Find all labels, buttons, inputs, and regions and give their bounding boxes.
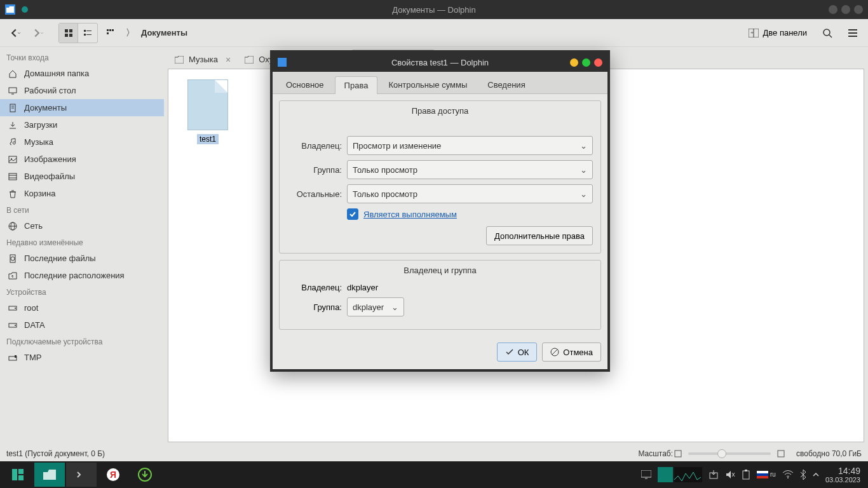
view-mode-group bbox=[58, 23, 98, 43]
dialog-tabs: Основное Права Контрольные суммы Сведени… bbox=[273, 72, 607, 94]
maximize-button[interactable] bbox=[841, 5, 850, 14]
close-icon[interactable]: × bbox=[226, 55, 231, 65]
group-label: Группа: bbox=[287, 165, 342, 175]
check-icon bbox=[505, 348, 514, 356]
svg-rect-58 bbox=[757, 471, 768, 473]
others-permission-combo[interactable]: Только просмотр⌄ bbox=[347, 184, 593, 203]
split-panels-button[interactable]: + Две панели bbox=[743, 25, 812, 40]
sidebar-item-network[interactable]: Сеть bbox=[0, 217, 164, 234]
sidebar-item-videos[interactable]: Видеофайлы bbox=[0, 168, 164, 185]
tray-clipboard-icon[interactable] bbox=[742, 470, 750, 480]
tray-keyboard-layout[interactable]: ru bbox=[757, 471, 776, 478]
minimize-button[interactable] bbox=[829, 5, 837, 14]
sidebar-item-recent-locations[interactable]: Последние расположения bbox=[0, 267, 164, 284]
sidebar-section-removable: Подключаемые устройства bbox=[0, 334, 164, 349]
minimize-button[interactable] bbox=[570, 58, 578, 67]
tab-permissions[interactable]: Права bbox=[335, 76, 378, 94]
tray-desktop-icon[interactable] bbox=[641, 470, 651, 479]
zoom-slider[interactable] bbox=[688, 452, 771, 455]
svg-text:Я: Я bbox=[110, 470, 116, 480]
taskbar-yandex[interactable]: Я bbox=[98, 463, 128, 487]
tray-wifi-icon[interactable] bbox=[782, 470, 794, 479]
svg-rect-1 bbox=[69, 29, 72, 32]
advanced-permissions-button[interactable]: Дополнительные права bbox=[486, 226, 593, 245]
documents-icon bbox=[8, 103, 18, 113]
sidebar-item-recent-files[interactable]: Последние файлы bbox=[0, 250, 164, 267]
tray-volume-muted-icon[interactable] bbox=[725, 470, 735, 480]
tray-bluetooth-icon[interactable] bbox=[800, 470, 806, 480]
taskbar-dolphin[interactable] bbox=[34, 463, 65, 487]
menu-button[interactable] bbox=[843, 23, 863, 43]
download-icon bbox=[8, 120, 18, 130]
trash-icon bbox=[8, 189, 18, 199]
sidebar-item-root[interactable]: root bbox=[0, 299, 164, 316]
slider-knob[interactable] bbox=[717, 449, 726, 458]
details-view-button[interactable] bbox=[100, 23, 121, 43]
pin-icon[interactable] bbox=[22, 6, 28, 13]
group-permission-combo[interactable]: Только просмотр⌄ bbox=[347, 160, 593, 179]
icon-view-button[interactable] bbox=[59, 24, 78, 43]
drive-icon bbox=[8, 320, 18, 330]
ownership-group: Владелец и группа Владелец: dkplayer Гру… bbox=[279, 260, 601, 330]
svg-rect-60 bbox=[757, 476, 768, 478]
svg-rect-9 bbox=[109, 29, 111, 31]
svg-rect-6 bbox=[84, 34, 86, 36]
search-button[interactable] bbox=[817, 23, 837, 43]
owner-permission-combo[interactable]: Просмотр и изменение⌄ bbox=[347, 136, 593, 155]
svg-rect-5 bbox=[86, 30, 92, 31]
desktop-icon bbox=[8, 86, 18, 96]
svg-rect-4 bbox=[84, 30, 86, 32]
svg-rect-0 bbox=[65, 29, 68, 32]
sidebar-section-recent: Недавно изменённые bbox=[0, 234, 164, 250]
app-launcher-button[interactable] bbox=[3, 463, 33, 487]
dialog-footer: ОК Отмена bbox=[273, 342, 607, 369]
executable-label[interactable]: Является выполняемым bbox=[363, 210, 457, 219]
file-label[interactable]: test1 bbox=[197, 134, 219, 144]
forward-button[interactable] bbox=[28, 23, 48, 43]
back-button[interactable] bbox=[5, 23, 25, 43]
sidebar-item-documents[interactable]: Документы bbox=[0, 99, 164, 116]
tab-checksums[interactable]: Контрольные суммы bbox=[379, 76, 477, 93]
tab-general[interactable]: Основное bbox=[276, 76, 334, 93]
tab-details[interactable]: Сведения bbox=[478, 76, 534, 93]
tray-expand-icon[interactable] bbox=[813, 472, 819, 477]
svg-rect-59 bbox=[757, 473, 768, 476]
sidebar-item-downloads[interactable]: Загрузки bbox=[0, 116, 164, 133]
sidebar-item-tmp[interactable]: TMP bbox=[0, 349, 164, 366]
svg-text:+: + bbox=[750, 30, 754, 36]
sidebar-item-pictures[interactable]: Изображения bbox=[0, 151, 164, 168]
chevron-down-icon: ⌄ bbox=[580, 165, 587, 175]
taskbar-terminal[interactable] bbox=[66, 463, 97, 487]
status-text: test1 (Пустой документ, 0 Б) bbox=[6, 449, 638, 458]
breadcrumb-item[interactable]: Документы bbox=[141, 28, 187, 37]
home-icon bbox=[8, 69, 18, 79]
cancel-button[interactable]: Отмена bbox=[542, 342, 601, 362]
svg-point-61 bbox=[787, 477, 789, 478]
close-button[interactable] bbox=[854, 5, 863, 14]
group-title: Права доступа bbox=[287, 106, 593, 116]
tray-clock[interactable]: 14:49 03.03.2023 bbox=[825, 466, 860, 484]
sidebar-item-desktop[interactable]: Рабочий стол bbox=[0, 82, 164, 99]
compact-view-button[interactable] bbox=[78, 24, 97, 43]
group-name-combo[interactable]: dkplayer⌄ bbox=[347, 297, 404, 316]
maximize-button[interactable] bbox=[582, 58, 590, 67]
sidebar-item-trash[interactable]: Корзина bbox=[0, 185, 164, 202]
executable-checkbox[interactable] bbox=[347, 208, 358, 220]
breadcrumb[interactable]: 〉 Документы bbox=[123, 27, 741, 39]
zoom-label: Масштаб: bbox=[638, 449, 673, 458]
sidebar-item-data[interactable]: DATA bbox=[0, 316, 164, 334]
tray-cpu-graph[interactable] bbox=[658, 467, 702, 482]
close-button[interactable] bbox=[594, 58, 602, 67]
ok-button[interactable]: ОК bbox=[497, 342, 538, 362]
tray-updates-icon[interactable] bbox=[709, 470, 719, 480]
sidebar-section-network: В сети bbox=[0, 202, 164, 217]
zoom-out-button[interactable] bbox=[673, 449, 683, 459]
dialog-titlebar[interactable]: Свойства test1 — Dolphin bbox=[273, 53, 607, 72]
taskbar-downloads[interactable] bbox=[130, 463, 160, 487]
sidebar-item-home[interactable]: Домашняя папка bbox=[0, 65, 164, 82]
file-item-test1[interactable]: test1 bbox=[185, 79, 231, 144]
tab-music[interactable]: Музыка× bbox=[168, 50, 238, 69]
sidebar-item-music[interactable]: Музыка bbox=[0, 133, 164, 151]
zoom-in-button[interactable] bbox=[776, 449, 786, 459]
statusbar: test1 (Пустой документ, 0 Б) Масштаб: св… bbox=[0, 446, 868, 461]
